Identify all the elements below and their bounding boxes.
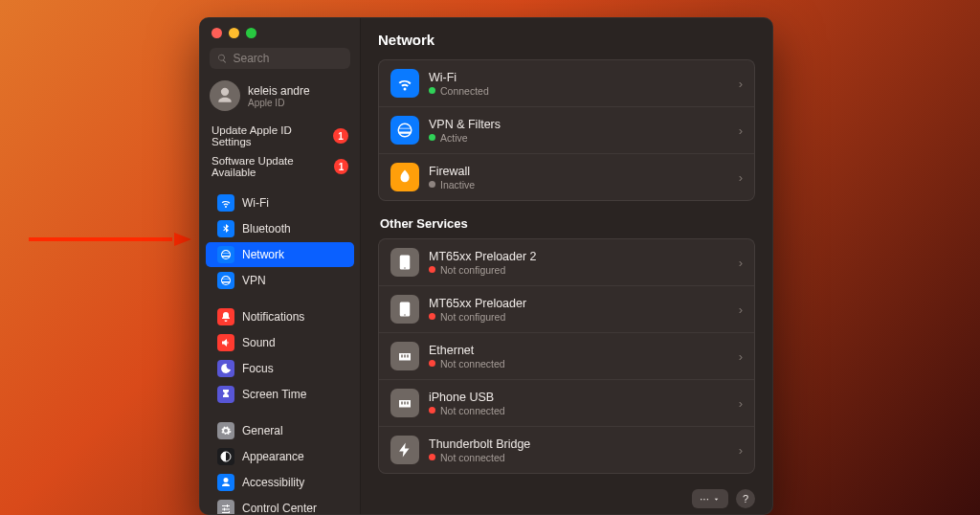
sidebar-item-screen-time[interactable]: Screen Time	[206, 382, 354, 407]
service-status: Not configured	[429, 264, 729, 276]
chevron-right-icon: ›	[739, 256, 743, 270]
chevron-down-icon	[712, 495, 721, 504]
sidebar-item-label: General	[242, 424, 283, 437]
bluetooth-icon	[217, 220, 234, 237]
chevron-right-icon: ›	[739, 349, 743, 364]
sidebar-item-bluetooth[interactable]: Bluetooth	[206, 216, 354, 241]
service-row[interactable]: Thunderbolt BridgeNot connected›	[379, 427, 754, 473]
window-controls	[200, 18, 360, 44]
sidebar-item-label: Notifications	[242, 310, 304, 324]
status-dot	[429, 454, 435, 460]
sidebar-item-notifications[interactable]: Notifications	[206, 304, 354, 329]
alert-row[interactable]: Update Apple ID Settings1	[200, 121, 360, 151]
pointer-arrow	[29, 233, 191, 246]
globe-icon	[217, 272, 234, 289]
chevron-right-icon: ›	[739, 302, 743, 317]
sidebar-item-label: Appearance	[242, 450, 304, 463]
sidebar-item-label: Control Center	[242, 502, 317, 514]
service-row[interactable]: MT65xx Preloader 2Not configured›	[379, 239, 754, 286]
status-dot	[429, 360, 435, 367]
alert-label: Software Update Available	[212, 155, 334, 178]
service-title: Wi-Fi	[429, 71, 729, 84]
help-button[interactable]: ?	[736, 489, 755, 508]
avatar	[210, 80, 240, 111]
service-row[interactable]: Wi-FiConnected›	[379, 60, 754, 107]
sidebar-item-network[interactable]: Network	[206, 242, 354, 267]
service-title: Thunderbolt Bridge	[429, 437, 729, 451]
sidebar-nav: Wi-FiBluetoothNetworkVPNNotificationsSou…	[200, 190, 360, 514]
content-pane: Network Wi-FiConnected›VPN & FiltersActi…	[361, 18, 772, 514]
sliders-icon	[217, 500, 234, 514]
service-title: iPhone USB	[429, 391, 729, 404]
wifi-icon	[217, 194, 234, 212]
service-row[interactable]: iPhone USBNot connected›	[379, 380, 754, 427]
account-row[interactable]: keleis andre Apple ID	[200, 77, 360, 121]
sidebar-item-accessibility[interactable]: Accessibility	[206, 470, 354, 495]
sidebar-item-label: Bluetooth	[242, 222, 291, 235]
status-dot	[429, 407, 435, 414]
bottom-bar: ··· ?	[378, 489, 755, 508]
phone-icon	[390, 295, 419, 324]
status-dot	[429, 266, 435, 273]
sidebar-item-label: Wi-Fi	[242, 196, 269, 210]
service-row[interactable]: FirewallInactive›	[379, 154, 754, 200]
service-status: Inactive	[429, 179, 729, 190]
sidebar: keleis andre Apple ID Update Apple ID Se…	[200, 18, 361, 514]
hourglass-icon	[217, 386, 234, 403]
service-status: Not connected	[429, 452, 729, 463]
sidebar-item-sound[interactable]: Sound	[206, 330, 354, 355]
sidebar-item-label: VPN	[242, 274, 266, 287]
status-dot	[429, 134, 435, 141]
gear-icon	[217, 422, 234, 439]
sidebar-item-label: Sound	[242, 336, 276, 349]
sidebar-item-appearance[interactable]: Appearance	[206, 444, 354, 469]
search-field[interactable]	[210, 48, 350, 69]
close-button[interactable]	[212, 28, 222, 38]
service-row[interactable]: MT65xx PreloaderNot configured›	[379, 286, 754, 333]
search-input[interactable]	[233, 52, 343, 65]
service-title: MT65xx Preloader	[429, 297, 729, 310]
sidebar-item-vpn[interactable]: VPN	[206, 268, 354, 293]
account-sub: Apple ID	[248, 98, 310, 108]
bolt-icon	[390, 436, 419, 464]
sidebar-item-wi-fi[interactable]: Wi-Fi	[206, 190, 354, 215]
sidebar-item-label: Accessibility	[242, 476, 304, 489]
minimize-button[interactable]	[229, 28, 239, 38]
chevron-right-icon: ›	[739, 123, 743, 138]
service-title: Firewall	[429, 165, 729, 178]
primary-services-group: Wi-FiConnected›VPN & FiltersActive›Firew…	[378, 59, 755, 201]
more-menu-button[interactable]: ···	[692, 489, 728, 508]
service-status: Not configured	[429, 311, 729, 323]
sidebar-item-focus[interactable]: Focus	[206, 356, 354, 381]
alert-label: Update Apple ID Settings	[212, 124, 333, 147]
person-icon	[217, 474, 234, 491]
chevron-right-icon: ›	[739, 396, 743, 411]
sidebar-item-label: Focus	[242, 362, 274, 375]
sidebar-item-control-center[interactable]: Control Center	[206, 496, 354, 514]
sidebar-item-label: Screen Time	[242, 388, 306, 401]
service-title: MT65xx Preloader 2	[429, 250, 729, 263]
wifi-icon	[390, 69, 419, 98]
service-row[interactable]: VPN & FiltersActive›	[379, 107, 754, 154]
service-row[interactable]: EthernetNot connected›	[379, 333, 754, 380]
other-services-title: Other Services	[380, 216, 753, 231]
status-dot	[429, 313, 435, 320]
globe-icon	[390, 116, 419, 145]
service-status: Not connected	[429, 405, 729, 416]
speaker-icon	[217, 334, 234, 351]
service-title: Ethernet	[429, 344, 729, 357]
globe-icon	[217, 246, 234, 263]
ethernet-icon	[390, 389, 419, 417]
account-name: keleis andre	[248, 84, 310, 98]
status-dot	[429, 87, 435, 94]
system-settings-window: keleis andre Apple ID Update Apple ID Se…	[199, 17, 773, 515]
other-services-group: MT65xx Preloader 2Not configured›MT65xx …	[378, 238, 755, 474]
zoom-button[interactable]	[246, 28, 256, 38]
ethernet-icon	[390, 342, 419, 370]
chevron-right-icon: ›	[739, 443, 743, 458]
alert-row[interactable]: Software Update Available1	[200, 151, 360, 182]
sidebar-item-general[interactable]: General	[206, 418, 354, 443]
contrast-icon	[217, 448, 234, 465]
firewall-icon	[390, 163, 419, 191]
moon-icon	[217, 360, 234, 377]
